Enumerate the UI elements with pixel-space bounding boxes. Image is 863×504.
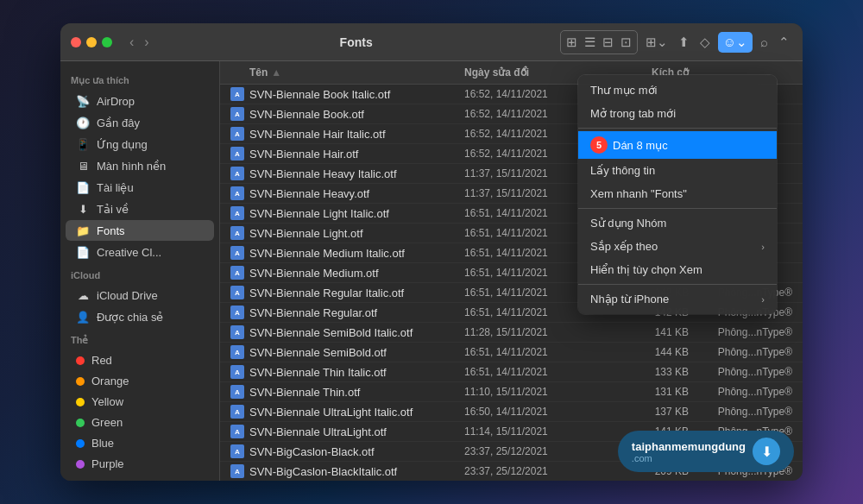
file-name: SVN-Biennale UltraLight.otf — [249, 425, 464, 438]
nav-forward-button[interactable]: › — [141, 33, 152, 52]
view-icons-button[interactable]: ⊞ — [564, 32, 580, 53]
filter-button[interactable]: ⌃ — [776, 32, 792, 53]
action-menu-button[interactable]: ⊞⌄ — [643, 32, 671, 53]
file-icon: A — [230, 147, 244, 161]
menu-item-sort-by[interactable]: Sắp xếp theo› — [578, 235, 777, 258]
table-row[interactable]: A SVN-Biennale SemiBold.otf 16:51, 14/11… — [220, 343, 803, 362]
menu-item-label: Sắp xếp theo — [590, 240, 761, 253]
sidebar-item-label: Tải về — [97, 203, 129, 216]
nav-back-button[interactable]: ‹ — [126, 33, 137, 52]
sidebar-item-label: Orange — [91, 375, 129, 387]
table-row[interactable]: A SVN-Biennale Thin Italic.otf 16:51, 14… — [220, 362, 803, 382]
nav-buttons: ‹ › — [126, 33, 153, 52]
tag-button[interactable]: ◇ — [697, 32, 713, 53]
file-name: SVN-Biennale Regular Italic.otf — [249, 287, 464, 299]
sidebar-item-tag-gray[interactable]: Gray — [66, 475, 214, 481]
font-file-icon: A — [230, 325, 244, 339]
menu-item-paste-items[interactable]: 5Dán 8 mục — [578, 131, 777, 159]
file-name: SVN-Biennale Thin Italic.otf — [249, 366, 464, 379]
file-name: SVN-Biennale SemiBold.otf — [249, 346, 464, 359]
gray-tag-dot — [76, 481, 85, 482]
badge: 5 — [590, 136, 608, 154]
file-icon: A — [230, 365, 244, 379]
view-mode-group: ⊞ ☰ ⊟ ⊡ — [560, 30, 638, 54]
more-button[interactable]: ☺⌄ — [718, 32, 753, 53]
sidebar-item-shared[interactable]: 👤 Được chia sẻ — [66, 306, 214, 327]
menu-item-open-in-tab[interactable]: Mở trong tab mới — [578, 102, 777, 125]
sidebar-item-label: Blue — [91, 437, 114, 450]
table-row[interactable]: A SVN-Biennale Thin.otf 11:10, 15/11/202… — [220, 382, 803, 402]
menu-item-label: Thư mục mới — [590, 84, 765, 97]
file-name: SVN-Biennale Hair Italic.otf — [249, 128, 464, 141]
file-name: SVN-Biennale UltraLight Italic.otf — [249, 406, 464, 419]
menu-item-get-info[interactable]: Lấy thông tin — [578, 159, 777, 182]
search-button[interactable]: ⌕ — [758, 32, 771, 52]
col-name-header[interactable]: Tên ▲ — [249, 66, 464, 79]
file-name: SVN-BigCaslon-Black.otf — [249, 445, 464, 458]
sidebar-item-tag-purple[interactable]: Purple — [66, 454, 214, 474]
yellow-tag-dot — [76, 398, 85, 406]
file-name: SVN-Biennale Regular.otf — [249, 306, 464, 319]
sidebar-item-airdrop[interactable]: 📡 AirDrop — [66, 91, 214, 111]
watermark: taiphanmemungdung .com ⬇ — [618, 431, 794, 472]
font-file-icon: A — [230, 147, 244, 161]
file-icon: A — [230, 246, 244, 260]
sidebar-item-tag-green[interactable]: Green — [66, 413, 214, 432]
sidebar-item-applications[interactable]: 📱 Ứng dụng — [66, 134, 214, 154]
menu-item-label: Xem nhanh "Fonts" — [590, 187, 765, 200]
file-name: SVN-BigCaslon-BlackItalic.otf — [249, 465, 464, 478]
menu-item-show-view-options[interactable]: Hiển thị tùy chọn Xem — [578, 258, 777, 281]
sidebar-item-tag-yellow[interactable]: Yellow — [66, 392, 214, 412]
menu-divider — [578, 284, 777, 285]
sidebar-item-fonts[interactable]: 📁 Fonts — [66, 220, 214, 241]
sidebar-item-label: Gray — [91, 478, 116, 481]
file-date: 11:10, 15/11/2021 — [464, 386, 602, 398]
sidebar-item-tag-red[interactable]: Red — [66, 350, 214, 370]
sidebar-item-desktop[interactable]: 🖥 Màn hình nền — [66, 155, 214, 176]
blue-tag-dot — [76, 439, 85, 448]
font-file-icon: A — [230, 186, 244, 200]
close-button[interactable] — [71, 37, 81, 47]
sidebar-item-icloud-drive[interactable]: ☁ iCloud Drive — [66, 285, 214, 306]
view-columns-button[interactable]: ⊟ — [600, 32, 616, 53]
menu-item-label: Hiển thị tùy chọn Xem — [590, 263, 765, 276]
sidebar-item-recents[interactable]: 🕐 Gần đây — [66, 112, 214, 133]
sidebar-item-tag-orange[interactable]: Orange — [66, 371, 214, 391]
file-size: 133 KB — [602, 366, 689, 378]
sidebar-item-label: Creative Cl... — [97, 246, 161, 259]
file-name: SVN-Biennale Light Italic.otf — [249, 207, 464, 220]
file-icon: A — [230, 444, 244, 458]
table-row[interactable]: A SVN-Biennale SemiBold Italic.otf 11:28… — [220, 323, 803, 343]
file-icon: A — [230, 464, 244, 478]
window-title: Fonts — [160, 35, 553, 49]
file-name: SVN-Biennale Heavy Italic.otf — [249, 167, 464, 180]
context-menu: Thư mục mớiMở trong tab mới5Dán 8 mụcLấy… — [578, 75, 777, 314]
menu-item-new-folder[interactable]: Thư mục mới — [578, 79, 777, 102]
menu-item-label: Lấy thông tin — [590, 164, 765, 177]
watermark-sub: .com — [632, 453, 746, 463]
airdrop-icon: 📡 — [76, 94, 90, 108]
file-icon: A — [230, 107, 244, 121]
sidebar-item-label: iCloud Drive — [97, 289, 158, 302]
menu-divider — [578, 128, 777, 129]
menu-item-import-from-iphone[interactable]: Nhập từ iPhone› — [578, 287, 777, 311]
file-size: 141 KB — [602, 326, 689, 338]
sidebar-item-label: Ứng dụng — [97, 138, 148, 151]
share-button[interactable]: ⬆ — [676, 32, 692, 53]
watermark-text: taiphanmemungdung — [632, 440, 746, 453]
maximize-button[interactable] — [102, 37, 112, 47]
font-file-icon: A — [230, 365, 244, 379]
menu-item-use-groups[interactable]: Sử dụng Nhóm — [578, 211, 777, 235]
sidebar-item-downloads[interactable]: ⬇ Tải về — [66, 198, 214, 219]
font-file-icon: A — [230, 345, 244, 359]
view-list-button[interactable]: ☰ — [582, 32, 598, 53]
sidebar-item-documents[interactable]: 📄 Tài liệu — [66, 177, 214, 198]
table-row[interactable]: A SVN-Biennale UltraLight Italic.otf 16:… — [220, 402, 803, 422]
view-gallery-button[interactable]: ⊡ — [618, 32, 634, 53]
documents-icon: 📄 — [76, 180, 90, 194]
icloud-drive-icon: ☁ — [76, 288, 90, 302]
minimize-button[interactable] — [86, 37, 97, 47]
sidebar-item-tag-blue[interactable]: Blue — [66, 433, 214, 453]
sidebar-item-creative[interactable]: 📄 Creative Cl... — [66, 242, 214, 262]
menu-item-quick-look[interactable]: Xem nhanh "Fonts" — [578, 182, 777, 205]
